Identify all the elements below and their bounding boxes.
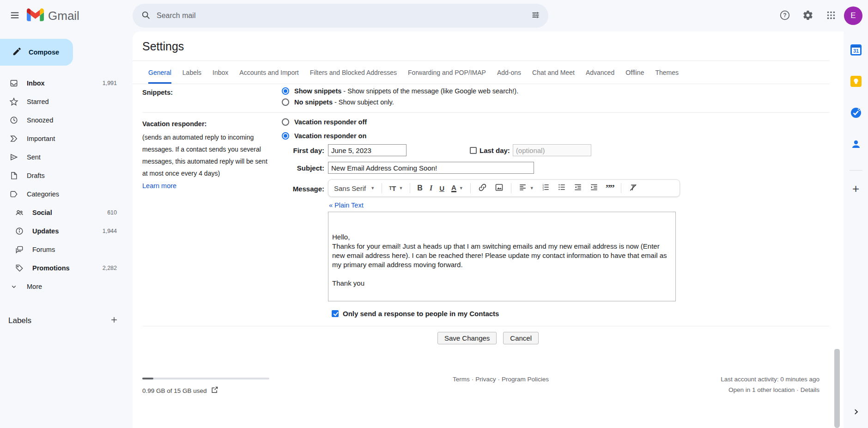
tab-forwarding-and-pop-imap[interactable]: Forwarding and POP/IMAP (408, 61, 486, 84)
tab-advanced[interactable]: Advanced (586, 61, 614, 84)
vacation-on-option: Vacation responder on (294, 132, 366, 140)
left-sidebar: Compose Inbox 1,991 Starred Snoozed Impo… (0, 31, 133, 428)
gmail-logo[interactable]: Gmail (27, 8, 79, 23)
chevron-right-icon[interactable] (852, 408, 860, 418)
tab-offline[interactable]: Offline (625, 61, 644, 84)
chevron-down-icon: ▼ (459, 186, 463, 190)
sidebar-item-forums[interactable]: Forums (0, 240, 133, 259)
star-icon (8, 97, 19, 106)
last-day-input[interactable] (513, 144, 591, 156)
align-button[interactable]: ▼ (518, 183, 534, 194)
rich-text-toolbar: Sans Serif ▼ TT ▼ B I (328, 179, 680, 197)
google-apps-button[interactable] (821, 6, 841, 26)
sidebar-item-starred[interactable]: Starred (0, 92, 133, 111)
sidebar-item-important[interactable]: Important (0, 129, 133, 148)
tab-chat-and-meet[interactable]: Chat and Meet (532, 61, 575, 84)
bold-button[interactable]: B (417, 184, 423, 192)
snippets-section: Snippets: Show snippets - Show snippets … (133, 84, 844, 109)
tab-themes[interactable]: Themes (655, 61, 679, 84)
image-icon (494, 183, 504, 194)
italic-button[interactable]: I (430, 184, 432, 192)
vacation-off-radio[interactable] (282, 118, 289, 126)
details-link[interactable]: Details (801, 386, 819, 393)
save-changes-button[interactable]: Save Changes (437, 332, 497, 344)
sidebar-item-drafts[interactable]: Drafts (0, 166, 133, 185)
subject-input[interactable] (328, 162, 534, 174)
add-side-panel-app-button[interactable]: + (852, 183, 859, 195)
settings-tabs: General Labels Inbox Accounts and Import… (133, 61, 830, 84)
learn-more-link[interactable]: Learn more (142, 182, 176, 190)
search-button[interactable] (135, 6, 156, 26)
promotions-count: 2,282 (103, 265, 117, 271)
sidebar-item-sent[interactable]: Sent (0, 148, 133, 166)
tasks-icon[interactable] (850, 106, 862, 119)
quote-button[interactable]: ”” (606, 185, 614, 191)
social-count: 610 (107, 209, 117, 216)
support-button[interactable]: ? (775, 6, 795, 26)
vacation-message-editor[interactable]: Hello, Thanks for your email! Just a hea… (328, 212, 676, 301)
create-label-button[interactable] (109, 315, 119, 326)
storage-used-text: 0.99 GB of 15 GB used (142, 387, 207, 394)
contacts-icon[interactable] (850, 138, 862, 151)
contacts-only-checkbox[interactable] (332, 310, 339, 317)
insert-link-button[interactable] (478, 183, 487, 194)
align-left-icon (518, 183, 528, 194)
topbar-right: ? E (775, 6, 868, 26)
account-avatar[interactable]: E (844, 6, 862, 25)
sidebar-item-categories[interactable]: Categories (0, 185, 133, 203)
open-in-new-icon[interactable] (211, 386, 219, 395)
sidebar-item-social[interactable]: Social 610 (0, 203, 133, 222)
settings-gear-button[interactable] (798, 6, 818, 26)
no-snippets-radio[interactable] (282, 98, 289, 106)
gear-icon (802, 10, 813, 22)
cancel-button[interactable]: Cancel (503, 332, 539, 344)
inbox-count: 1,991 (103, 80, 117, 86)
sidebar-item-snoozed[interactable]: Snoozed (0, 111, 133, 129)
tab-accounts-and-import[interactable]: Accounts and Import (239, 61, 298, 84)
no-snippets-desc: - Show subject only. (333, 98, 394, 106)
numbered-list-icon: 123 (541, 183, 550, 194)
subject-label: Subject: (282, 164, 328, 172)
bulleted-list-button[interactable] (557, 183, 566, 194)
search-options-button[interactable] (525, 6, 546, 26)
text-color-button[interactable]: A ▼ (451, 184, 463, 192)
search-icon (141, 10, 151, 21)
forum-icon (14, 245, 25, 254)
scrollbar-thumb[interactable] (834, 349, 840, 428)
indent-more-button[interactable] (589, 183, 599, 194)
storage-meter-fill (142, 378, 153, 379)
tab-filters-and-blocked-addresses[interactable]: Filters and Blocked Addresses (310, 61, 397, 84)
last-day-checkbox[interactable] (470, 147, 477, 154)
tab-labels[interactable]: Labels (182, 61, 201, 84)
tab-inbox[interactable]: Inbox (212, 61, 228, 84)
plain-text-toggle[interactable]: « Plain Text (329, 202, 364, 209)
keep-icon[interactable] (850, 75, 862, 88)
terms-link[interactable]: Terms (453, 376, 470, 383)
remove-formatting-button[interactable] (628, 183, 638, 194)
font-family-select[interactable]: Sans Serif ▼ (334, 184, 375, 192)
underline-button[interactable]: U (439, 184, 444, 192)
sidebar-item-promotions[interactable]: Promotions 2,282 (0, 259, 133, 277)
compose-button[interactable]: Compose (0, 39, 73, 66)
sidebar-item-more[interactable]: More (0, 277, 133, 296)
calendar-icon[interactable]: 31 (850, 43, 862, 56)
indent-less-button[interactable] (573, 183, 583, 194)
show-snippets-radio[interactable] (282, 87, 289, 95)
tab-add-ons[interactable]: Add-ons (497, 61, 521, 84)
vacation-responder-section: Vacation responder: (sends an automated … (133, 113, 844, 321)
insert-image-button[interactable] (494, 183, 504, 194)
sidebar-item-inbox[interactable]: Inbox 1,991 (0, 74, 133, 92)
sidebar-item-updates[interactable]: Updates 1,944 (0, 222, 133, 240)
vacation-on-radio[interactable] (282, 132, 289, 140)
search-bar[interactable] (133, 4, 548, 28)
first-day-input[interactable] (328, 144, 407, 156)
contacts-only-label: Only send a response to people in my Con… (343, 310, 499, 318)
search-input[interactable] (156, 11, 525, 20)
main-menu-button[interactable] (5, 6, 25, 26)
numbered-list-button[interactable]: 123 (541, 183, 550, 194)
last-account-activity: Last account activity: 0 minutes ago (721, 376, 819, 383)
text-size-button[interactable]: TT ▼ (389, 184, 403, 192)
privacy-link[interactable]: Privacy (475, 376, 496, 383)
tab-general[interactable]: General (148, 61, 171, 84)
program-policies-link[interactable]: Program Policies (502, 376, 549, 383)
